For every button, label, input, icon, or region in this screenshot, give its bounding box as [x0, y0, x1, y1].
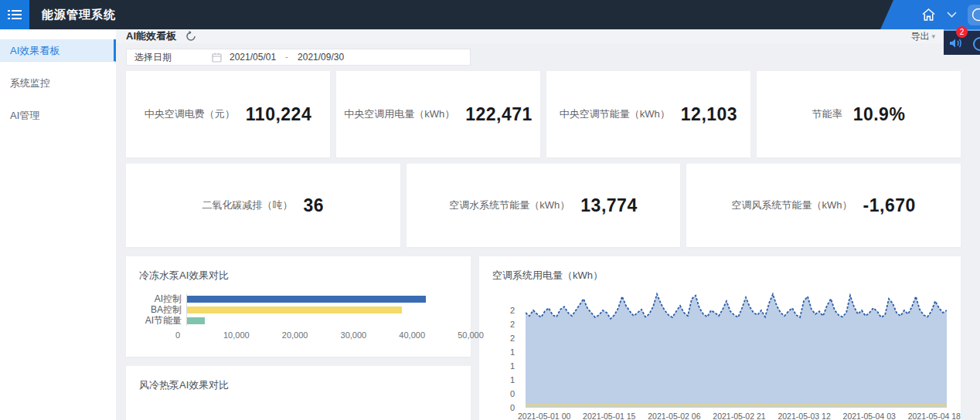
sidebar-item-0[interactable]: AI效果看板: [0, 39, 116, 62]
chevron-down-icon: ▾: [931, 32, 935, 40]
page-header: AI能效看板 导出 ▾: [116, 29, 980, 43]
date-end-value[interactable]: 2021/09/30: [298, 52, 344, 63]
power-chart-title: 空调系统用电量（kWh）: [479, 256, 961, 283]
kpi-value: 12,103: [681, 104, 737, 125]
date-start-value[interactable]: 2021/05/01: [230, 52, 276, 63]
bar: [187, 307, 402, 313]
x-tick-label: 2021-05-01 15: [583, 412, 635, 420]
refresh-icon: [185, 31, 196, 42]
menu-toggle-button[interactable]: [0, 0, 29, 29]
x-tick-label: 2021-05-02 06: [648, 412, 700, 420]
heatpump-comparison-panel: 风冷热泵AI效果对比: [126, 366, 471, 420]
kpi-card: 节能率10.9%: [757, 71, 961, 158]
power-chart-y-axis: 22211100: [487, 292, 519, 408]
kpi-label: 中央空调电费（元）: [145, 107, 235, 121]
user-circle-icon: [971, 8, 980, 22]
y-tick-label: 2: [510, 306, 515, 315]
user-menu-button[interactable]: [968, 5, 980, 25]
bar: [187, 317, 205, 324]
x-tick-label: 0: [175, 330, 180, 340]
heatpump-chart-title: 风冷热泵AI效果对比: [126, 366, 471, 392]
home-button[interactable]: [921, 8, 936, 22]
refresh-button[interactable]: [185, 31, 196, 42]
kpi-value: 13,774: [580, 195, 637, 216]
collapse-header-button[interactable]: [947, 12, 957, 18]
navbar-right-area: [893, 0, 980, 29]
bar: [187, 296, 426, 303]
menu-icon: [8, 9, 22, 20]
kpi-label: 空调水系统节能量（kWh）: [449, 198, 570, 212]
bar-category-label: AI节能量: [139, 314, 186, 327]
x-tick-label: 2021-05-02 21: [713, 412, 765, 420]
power-consumption-panel: 空调系统用电量（kWh） 22211100 2021-05-01 002021-…: [479, 256, 961, 420]
pump-chart-x-axis: 010,00020,00030,00040,00050,000: [178, 329, 471, 341]
kpi-label: 中央空调节能量（kWh）: [560, 107, 670, 121]
kpi-card: 中央空调用电量（kWh）122,471: [336, 71, 540, 158]
chevron-down-icon: [947, 12, 957, 18]
y-tick-label: 1: [510, 375, 515, 384]
calendar-icon: [212, 52, 222, 63]
y-tick-label: 1: [510, 361, 515, 371]
y-tick-label: 2: [510, 334, 515, 343]
x-tick-label: 20,000: [282, 330, 308, 340]
kpi-value: 122,471: [465, 104, 533, 125]
area-fill: [526, 294, 947, 408]
export-button[interactable]: 导出 ▾: [910, 30, 935, 43]
pump-chart-title: 冷冻水泵AI效果对比: [126, 256, 471, 283]
date-separator: -: [285, 52, 288, 63]
kpi-label: 空调风系统节能量（kWh）: [732, 198, 852, 212]
bar-row: AI控制: [139, 293, 455, 304]
kpi-label: 节能率: [812, 107, 842, 121]
bar-row: AI节能量: [139, 315, 455, 326]
date-range-label: 选择日期: [134, 51, 172, 64]
y-tick-label: 1: [510, 347, 515, 357]
kpi-value: -1,670: [863, 195, 916, 216]
kpi-card: 中央空调节能量（kWh）12,103: [546, 71, 750, 158]
x-tick-label: 2021-05-04 18: [908, 412, 961, 420]
pump-bar-chart: AI控制BA控制AI节能量: [126, 293, 471, 326]
page-title: AI能效看板: [126, 29, 176, 43]
x-tick-label: 40,000: [399, 330, 425, 340]
kpi-label: 中央空调用电量（kWh）: [344, 107, 454, 121]
y-tick-label: 0: [510, 403, 515, 412]
kpi-value: 110,224: [246, 104, 311, 125]
kpi-card: 空调水系统节能量（kWh）13,774: [407, 164, 681, 247]
kpi-label: 二氧化碳减排（吨）: [202, 198, 293, 212]
kpi-value: 10.9%: [853, 104, 906, 125]
x-tick-label: 2021-05-01 00: [518, 412, 570, 420]
home-icon: [921, 8, 936, 22]
kpi-row-1: 中央空调电费（元）110,224中央空调用电量（kWh）122,471中央空调节…: [126, 71, 961, 158]
power-chart-x-axis: 2021-05-01 002021-05-01 152021-05-02 062…: [518, 412, 961, 420]
x-tick-label: 10,000: [223, 330, 250, 340]
pump-comparison-panel: 冷冻水泵AI效果对比 AI控制BA控制AI节能量 010,00020,00030…: [126, 256, 471, 357]
kpi-row-2: 二氧化碳减排（吨）36空调水系统节能量（kWh）13,774空调风系统节能量（k…: [126, 164, 961, 247]
speaker-icon: [949, 37, 962, 49]
sidebar-item-2[interactable]: AI管理: [0, 104, 116, 127]
app-title: 能源管理系统: [42, 8, 116, 22]
sidebar-item-1[interactable]: 系统监控: [0, 72, 116, 94]
date-range-picker[interactable]: 选择日期 2021/05/01 - 2021/09/30: [126, 49, 471, 66]
x-tick-label: 50,000: [458, 330, 484, 340]
x-tick-label: 30,000: [341, 330, 367, 340]
kpi-card: 中央空调电费（元）110,224: [126, 71, 330, 158]
kpi-card: 二氧化碳减排（吨）36: [126, 164, 400, 247]
y-tick-label: 0: [510, 389, 515, 398]
kpi-value: 36: [304, 195, 325, 216]
x-tick-label: 2021-05-04 03: [843, 412, 896, 420]
notification-widget[interactable]: 2: [944, 29, 980, 55]
power-area-chart: [526, 292, 947, 408]
top-navbar: 能源管理系统: [0, 0, 980, 29]
x-tick-label: 2021-05-03 12: [778, 412, 830, 420]
bar-row: BA控制: [139, 304, 455, 315]
notification-badge: 2: [956, 26, 968, 38]
y-tick-label: 2: [510, 320, 515, 329]
export-label: 导出: [910, 30, 929, 43]
clock-icon: [973, 37, 980, 51]
kpi-card: 空调风系统节能量（kWh）-1,670: [686, 164, 961, 247]
sidebar: AI效果看板系统监控AI管理: [0, 29, 116, 420]
